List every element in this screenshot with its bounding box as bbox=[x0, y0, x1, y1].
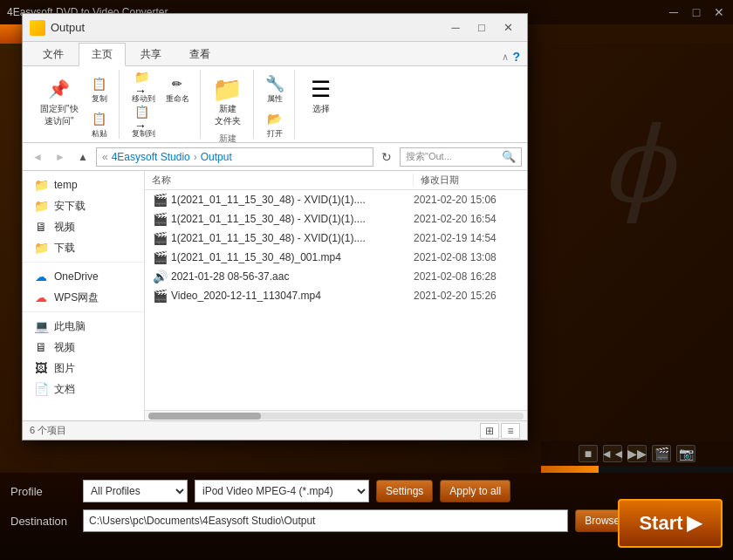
explorer-close-button[interactable]: ✕ bbox=[496, 17, 520, 38]
file-list: 🎬 1(2021_01_11_15_30_48) - XVID(1)(1)...… bbox=[145, 190, 527, 410]
progress-bar bbox=[541, 466, 599, 473]
file-name-5: Video_2020-12-11_113047.mp4 bbox=[171, 290, 414, 302]
file-name-4: 2021-01-28 08-56-37.aac bbox=[171, 270, 414, 283]
maximize-button[interactable]: □ bbox=[686, 3, 707, 21]
profile-row: Profile All Profiles iPod Video MPEG-4 (… bbox=[10, 480, 723, 502]
nav-item-download[interactable]: 📁 下载 bbox=[23, 237, 144, 258]
file-panel: 名称 修改日期 🎬 1(2021_01_11_15_30_48) - XVID(… bbox=[145, 171, 527, 420]
nav-item-anload[interactable]: 📁 安下载 bbox=[23, 195, 144, 216]
file-date-5: 2021-02-20 15:26 bbox=[414, 290, 527, 302]
refresh-button[interactable]: ↻ bbox=[377, 147, 396, 167]
ribbon-tab-view[interactable]: 查看 bbox=[176, 43, 223, 65]
nav-item-pictures[interactable]: 🖼 图片 bbox=[23, 358, 144, 379]
nav-panel: 📁 temp 📁 安下载 🖥 视频 📁 下载 ☁ OneDrive ☁ bbox=[23, 171, 145, 420]
stop-button[interactable]: ■ bbox=[579, 445, 598, 462]
nav-item-documents[interactable]: 📄 文档 bbox=[23, 379, 144, 400]
file-name-3: 1(2021_01_11_15_30_48)_001.mp4 bbox=[171, 251, 414, 263]
explorer-body: 📁 temp 📁 安下载 🖥 视频 📁 下载 ☁ OneDrive ☁ bbox=[23, 171, 527, 420]
ribbon-tab-share[interactable]: 共享 bbox=[127, 43, 175, 65]
search-icon: 🔍 bbox=[502, 150, 516, 163]
snapshot-button[interactable]: 📷 bbox=[676, 445, 695, 462]
file-item-3[interactable]: 🎬 1(2021_01_11_15_30_48)_001.mp4 2021-02… bbox=[145, 248, 527, 267]
window-controls: ─ □ ✕ bbox=[663, 0, 730, 24]
explorer-title: Output bbox=[51, 21, 443, 34]
settings-button[interactable]: Settings bbox=[376, 480, 433, 502]
back-button[interactable]: ◄ bbox=[28, 147, 47, 167]
file-date-0: 2021-02-20 15:06 bbox=[414, 194, 527, 206]
file-item-1[interactable]: 🎬 1(2021_01_11_15_30_48) - XVID(1)(1)...… bbox=[145, 209, 527, 229]
ribbon-copy-button[interactable]: 📋 复制 bbox=[87, 73, 112, 106]
ribbon-copyto-button[interactable]: 📋→ 复制到 bbox=[128, 108, 159, 141]
explorer-minimize-button[interactable]: ─ bbox=[443, 17, 468, 38]
address-path[interactable]: « 4Easysoft Studio › Output bbox=[96, 147, 373, 167]
file-item-4[interactable]: 🔊 2021-01-28 08-56-37.aac 2021-02-08 16:… bbox=[145, 267, 527, 286]
view-list-button[interactable]: ≡ bbox=[501, 423, 520, 439]
profile-select[interactable]: All Profiles bbox=[83, 480, 188, 502]
nav-item-thispc[interactable]: 💻 此电脑 bbox=[23, 316, 144, 337]
view-details-button[interactable]: ⊞ bbox=[480, 423, 499, 439]
destination-row: Destination Browse... Open Folder bbox=[10, 509, 723, 532]
file-name-2: 1(2021_01_11_15_30_48) - XVID(1)(1).... bbox=[171, 232, 414, 244]
nav-item-onedrive[interactable]: ☁ OneDrive bbox=[23, 266, 144, 287]
video-icon-button[interactable]: 🎬 bbox=[652, 445, 671, 462]
help-button[interactable]: ? bbox=[512, 50, 520, 64]
search-box[interactable]: 搜索"Out... 🔍 bbox=[400, 147, 522, 167]
minimize-button[interactable]: ─ bbox=[663, 3, 684, 21]
search-placeholder: 搜索"Out... bbox=[406, 150, 452, 163]
ribbon-tab-file[interactable]: 文件 bbox=[30, 43, 77, 65]
ribbon-open-button[interactable]: 📂 打开 bbox=[263, 108, 287, 141]
file-item-5[interactable]: 🎬 Video_2020-12-11_113047.mp4 2021-02-20… bbox=[145, 286, 527, 305]
progress-area bbox=[541, 466, 733, 473]
file-name-0: 1(2021_01_11_15_30_48) - XVID(1)(1).... bbox=[171, 194, 414, 206]
ribbon-group-new: 📁 新建文件夹 新建 bbox=[202, 70, 254, 139]
video-controls-bar: ■ ◄◄ ▶▶ 🎬 📷 bbox=[541, 441, 733, 466]
ribbon-newfolder-button[interactable]: 📁 新建文件夹 bbox=[209, 73, 246, 131]
ribbon-pin-button[interactable]: 📌 固定到"快速访问" bbox=[35, 73, 84, 131]
profile-label: Profile bbox=[10, 485, 76, 498]
explorer-titlebar: Output ─ □ ✕ bbox=[23, 14, 527, 42]
path-part-studio[interactable]: 4Easysoft Studio bbox=[112, 151, 190, 163]
explorer-window-buttons: ─ □ ✕ bbox=[443, 17, 520, 38]
explorer-folder-icon bbox=[30, 20, 45, 36]
address-bar: ◄ ► ▲ « 4Easysoft Studio › Output ↻ 搜索"O… bbox=[23, 143, 527, 171]
ribbon-tabs: 文件 主页 共享 查看 ∧ ? bbox=[23, 42, 527, 66]
ribbon-properties-button[interactable]: 🔧 属性 bbox=[263, 73, 287, 106]
horizontal-scrollbar[interactable] bbox=[145, 410, 527, 420]
nav-item-temp[interactable]: 📁 temp bbox=[23, 174, 144, 195]
file-item-0[interactable]: 🎬 1(2021_01_11_15_30_48) - XVID(1)(1)...… bbox=[145, 190, 527, 209]
video-placeholder: ϕ bbox=[558, 70, 716, 262]
rewind-button[interactable]: ◄◄ bbox=[603, 445, 622, 462]
ribbon-group-organize: 📁→ 移动到 📋→ 复制到 🗑 删除 ✏ 重命名 bbox=[121, 70, 201, 139]
view-buttons: ⊞ ≡ bbox=[480, 423, 520, 439]
column-name[interactable]: 名称 bbox=[145, 174, 414, 187]
file-date-4: 2021-02-08 16:28 bbox=[414, 270, 527, 283]
path-part-output[interactable]: Output bbox=[201, 151, 232, 163]
ribbon-move-button[interactable]: 📁→ 移动到 bbox=[128, 73, 159, 106]
nav-item-video2[interactable]: 🖥 视频 bbox=[23, 337, 144, 358]
ribbon-group-clipboard: 📌 固定到"快速访问" 📋 复制 📋 粘贴 ✂ bbox=[28, 70, 120, 139]
destination-label: Destination bbox=[10, 515, 76, 528]
file-date-1: 2021-02-20 16:54 bbox=[414, 213, 527, 225]
start-button[interactable]: Start ▶ bbox=[618, 499, 723, 548]
close-button[interactable]: ✕ bbox=[709, 3, 730, 21]
ribbon-rename-button[interactable]: ✏ 重命名 bbox=[162, 73, 193, 106]
start-label: Start bbox=[639, 512, 682, 535]
nav-item-video1[interactable]: 🖥 视频 bbox=[23, 216, 144, 237]
file-item-2[interactable]: 🎬 1(2021_01_11_15_30_48) - XVID(1)(1)...… bbox=[145, 229, 527, 248]
ribbon-content: 📌 固定到"快速访问" 📋 复制 📋 粘贴 ✂ bbox=[23, 66, 527, 143]
column-date[interactable]: 修改日期 bbox=[414, 174, 527, 187]
ribbon-paste-button[interactable]: 📋 粘贴 bbox=[87, 108, 112, 141]
format-select[interactable]: iPod Video MPEG-4 (*.mp4) bbox=[195, 480, 369, 502]
status-text: 6 个项目 bbox=[30, 424, 66, 437]
file-date-3: 2021-02-08 13:08 bbox=[414, 251, 527, 263]
apply-to-all-button[interactable]: Apply to all bbox=[440, 480, 510, 502]
nav-item-wps[interactable]: ☁ WPS网盘 bbox=[23, 287, 144, 308]
ribbon-group-select: ☰ 选择 bbox=[297, 70, 346, 139]
ribbon-select-button[interactable]: ☰ 选择 bbox=[304, 73, 339, 119]
ribbon-tab-home[interactable]: 主页 bbox=[79, 43, 126, 66]
forward-button-addr[interactable]: ► bbox=[51, 147, 70, 167]
explorer-maximize-button[interactable]: □ bbox=[469, 17, 494, 38]
destination-input[interactable] bbox=[83, 509, 568, 532]
up-button[interactable]: ▲ bbox=[73, 147, 92, 167]
forward-button[interactable]: ▶▶ bbox=[627, 445, 647, 462]
